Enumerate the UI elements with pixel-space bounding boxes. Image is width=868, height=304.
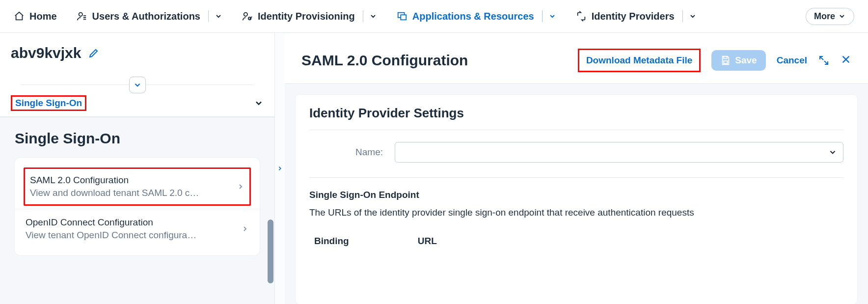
scrollbar-thumb[interactable] [268,220,273,283]
home-icon [14,11,25,22]
nav-idp[interactable]: Identity Providers [576,10,697,22]
chevron-down-icon [838,12,846,20]
nav-provisioning-label: Identity Provisioning [258,11,355,22]
col-binding: Binding [314,236,349,247]
name-label: Name: [309,147,383,158]
endpoint-table-header: Binding URL [309,232,843,250]
svg-point-1 [244,13,247,16]
chevron-right-icon [237,183,244,191]
chevron-down-icon [133,81,142,89]
nav-applications[interactable]: Applications & Resources [397,10,556,22]
close-button[interactable] [841,53,851,68]
oidc-config-row[interactable]: OpenID Connect Configuration View tenant… [15,209,260,249]
download-metadata-button[interactable]: Download Metadata File [578,49,701,72]
save-button[interactable]: Save [711,50,765,71]
applications-icon [397,11,407,22]
nav-home[interactable]: Home [14,11,57,22]
saml-config-row[interactable]: SAML 2.0 Configuration View and download… [24,167,251,206]
application-name: abv9kvjxk [11,45,81,61]
chevron-right-icon [241,225,249,233]
right-panel: SAML 2.0 Configuration Download Metadata… [285,33,868,304]
sso-card: SAML 2.0 Configuration View and download… [15,158,260,255]
nav-applications-label: Applications & Resources [412,11,534,22]
chevron-down-icon[interactable] [254,98,264,108]
tab-sso-label: Single Sign-On [11,95,86,111]
chevron-down-icon [828,148,837,157]
col-url: URL [418,236,437,247]
section-title: Single Sign-On [15,130,260,147]
chevron-right-icon [276,165,283,172]
name-select[interactable] [395,142,843,163]
oidc-config-title: OpenID Connect Configuration [26,217,196,228]
nav-home-label: Home [29,11,57,22]
endpoint-heading: Single Sign-On Endpoint [309,190,843,200]
expand-icon[interactable] [818,55,830,66]
provisioning-icon [242,11,253,22]
more-button[interactable]: More [806,8,854,25]
nav-users-label: Users & Authorizations [92,11,200,22]
cancel-button[interactable]: Cancel [777,55,807,66]
svg-rect-4 [401,15,406,20]
save-label: Save [735,55,757,66]
oidc-config-sub: View tenant OpenID Connect configura… [26,230,196,241]
nav-idp-label: Identity Providers [592,11,675,22]
splitter[interactable] [275,33,285,304]
idp-settings-title: Identity Provider Settings [309,106,843,130]
endpoint-desc: The URLs of the identity provider single… [309,207,843,218]
edit-icon[interactable] [88,47,100,59]
chevron-down-icon[interactable] [369,12,377,20]
nav-provisioning[interactable]: Identity Provisioning [242,10,377,22]
save-icon [720,55,731,66]
more-label: More [814,11,835,22]
chevron-down-icon[interactable] [548,12,556,20]
chevron-down-icon[interactable] [689,12,697,20]
nav-users[interactable]: Users & Authorizations [77,10,222,22]
left-panel: abv9kvjxk Single Sign-On Single Sign-On … [0,33,275,304]
svg-point-0 [79,13,82,16]
saml-config-sub: View and download tenant SAML 2.0 c… [30,188,199,198]
collapse-toggle[interactable] [129,77,146,93]
identity-providers-icon [576,11,587,22]
users-icon [77,11,87,22]
chevron-down-icon[interactable] [215,12,222,20]
saml-config-title: SAML 2.0 Configuration [30,175,199,186]
top-nav: Home Users & Authorizations Identity Pro… [0,0,868,33]
svg-rect-5 [724,61,728,64]
detail-title: SAML 2.0 Configuration [301,52,468,69]
close-icon [841,54,851,65]
tab-sso[interactable]: Single Sign-On [0,90,274,117]
